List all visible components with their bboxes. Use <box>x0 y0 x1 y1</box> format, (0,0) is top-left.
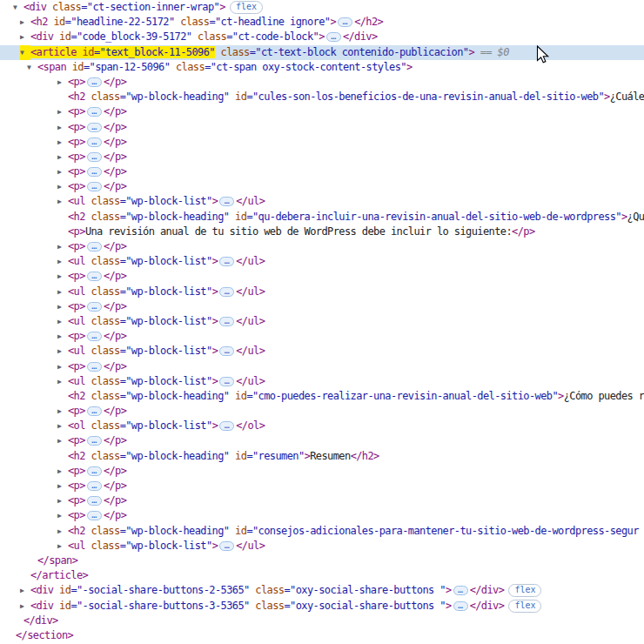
ellipsis-expand-button[interactable]: … <box>219 257 234 266</box>
collapse-arrow-icon[interactable]: ▼ <box>27 60 37 75</box>
ellipsis-expand-button[interactable]: … <box>219 421 234 431</box>
ellipsis-expand-button[interactable]: … <box>87 138 102 147</box>
ellipsis-expand-button[interactable]: … <box>219 287 234 297</box>
ellipsis-expand-button[interactable]: … <box>87 481 102 491</box>
dom-tree-row[interactable]: ▶<p>…</p> <box>0 299 644 314</box>
dom-tree-row[interactable]: ▶<div id="code_block-39-5172" class="ct-… <box>0 30 644 44</box>
expand-arrow-icon[interactable]: ▶ <box>57 464 68 479</box>
dom-tree-row[interactable]: ▶<p>…</p> <box>0 493 644 508</box>
dom-tree-row[interactable]: </section> <box>0 628 644 643</box>
expand-arrow-icon[interactable]: ▶ <box>57 419 68 433</box>
dom-tree-row[interactable]: ▶<p>…</p> <box>0 239 644 254</box>
ellipsis-expand-button[interactable]: … <box>87 466 102 476</box>
expand-arrow-icon[interactable]: ▶ <box>57 179 68 194</box>
dom-tree-row[interactable]: </div> <box>0 614 644 628</box>
expand-arrow-icon[interactable]: ▶ <box>57 135 68 150</box>
ellipsis-expand-button[interactable]: … <box>87 511 102 520</box>
expand-arrow-icon[interactable]: ▶ <box>57 75 68 90</box>
dom-tree-row[interactable]: ▶<p>…</p> <box>0 508 644 523</box>
ellipsis-expand-button[interactable]: … <box>87 496 102 506</box>
ellipsis-expand-button[interactable]: … <box>87 302 102 312</box>
expand-arrow-icon[interactable]: ▶ <box>57 194 68 209</box>
dom-tree-row[interactable]: ▶<h2 id="headline-22-5172" class="ct-hea… <box>0 15 644 30</box>
expand-arrow-icon[interactable]: ▶ <box>57 493 68 508</box>
dom-tree-row[interactable]: ▶<p>…</p> <box>0 359 644 374</box>
expand-arrow-icon[interactable]: ▶ <box>20 599 30 614</box>
expand-arrow-icon[interactable]: ▶ <box>57 285 68 299</box>
ellipsis-expand-button[interactable]: … <box>219 541 234 551</box>
dom-tree-row[interactable]: ▶<ul class="wp-block-list">…</ul> <box>0 344 644 359</box>
dom-tree-row[interactable]: ▶<ul class="wp-block-list">…</ul> <box>0 314 644 329</box>
expand-arrow-icon[interactable]: ▶ <box>57 329 68 344</box>
expand-arrow-icon[interactable]: ▶ <box>57 374 68 389</box>
ellipsis-expand-button[interactable]: … <box>219 346 234 356</box>
dom-tree-row[interactable]: <h2 class="wp-block-heading" id="cules-s… <box>0 90 644 104</box>
ellipsis-expand-button[interactable]: … <box>87 167 102 177</box>
ellipsis-expand-button[interactable]: … <box>87 152 102 162</box>
dom-tree-row[interactable]: </span> <box>0 553 644 568</box>
dom-tree-row[interactable]: ▶<ul class="wp-block-list">…</ul> <box>0 194 644 209</box>
ellipsis-expand-button[interactable]: … <box>87 107 102 117</box>
dom-tree-row[interactable]: ▶<p>…</p> <box>0 179 644 194</box>
expand-arrow-icon[interactable]: ▶ <box>57 150 68 164</box>
dom-tree-row[interactable]: ▶<ul class="wp-block-list">…</ul> <box>0 374 644 389</box>
dom-tree-row[interactable]: ▶<p>…</p> <box>0 479 644 493</box>
expand-arrow-icon[interactable]: ▶ <box>20 30 30 44</box>
dom-tree-row[interactable]: ▶<p>…</p> <box>0 104 644 119</box>
expand-arrow-icon[interactable]: ▶ <box>57 404 68 419</box>
expand-arrow-icon[interactable]: ▶ <box>57 120 68 135</box>
collapse-arrow-icon[interactable]: ▼ <box>13 0 23 15</box>
ellipsis-expand-button[interactable]: … <box>219 317 234 326</box>
expand-arrow-icon[interactable]: ▶ <box>20 15 30 30</box>
dom-tree-row[interactable]: ▶<p>…</p> <box>0 164 644 179</box>
ellipsis-expand-button[interactable]: … <box>326 32 341 42</box>
dom-tree-row[interactable]: ▶<p>…</p> <box>0 150 644 164</box>
expand-arrow-icon[interactable]: ▶ <box>57 164 68 179</box>
dom-tree-row[interactable]: </article> <box>0 568 644 583</box>
ellipsis-expand-button[interactable]: … <box>87 182 102 191</box>
expand-arrow-icon[interactable]: ▶ <box>57 508 68 523</box>
expand-arrow-icon[interactable]: ▶ <box>57 433 68 448</box>
dom-tree-row[interactable]: ▶<p>…</p> <box>0 433 644 448</box>
expand-arrow-icon[interactable]: ▶ <box>57 299 68 314</box>
dom-tree-row[interactable]: ▶<ul class="wp-block-list">…</ul> <box>0 539 644 553</box>
dom-tree-row[interactable]: ▶<div id="-social-share-buttons-3-5365" … <box>0 599 644 614</box>
dom-tree-row[interactable]: <h2 class="wp-block-heading" id="resumen… <box>0 449 644 464</box>
dom-tree-row[interactable]: ▼<div class="ct-section-inner-wrap">flex <box>0 0 644 15</box>
flex-badge[interactable]: flex <box>508 600 541 613</box>
ellipsis-expand-button[interactable]: … <box>219 197 234 206</box>
expand-arrow-icon[interactable]: ▶ <box>57 479 68 493</box>
dom-tree-row[interactable]: ▶<p>…</p> <box>0 404 644 419</box>
expand-arrow-icon[interactable]: ▶ <box>57 539 68 553</box>
ellipsis-expand-button[interactable]: … <box>219 377 234 386</box>
dom-tree-row[interactable]: ▶<p>…</p> <box>0 75 644 90</box>
dom-tree-row[interactable]: ▶<div id="-social-share-buttons-2-5365" … <box>0 583 644 598</box>
dom-tree-row[interactable]: ▶<p>…</p> <box>0 120 644 135</box>
ellipsis-expand-button[interactable]: … <box>87 332 102 341</box>
expand-arrow-icon[interactable]: ▶ <box>57 344 68 359</box>
dom-tree-row[interactable]: ▶<p>…</p> <box>0 135 644 150</box>
ellipsis-expand-button[interactable]: … <box>87 77 102 87</box>
ellipsis-expand-button[interactable]: … <box>338 17 352 27</box>
ellipsis-expand-button[interactable]: … <box>453 586 468 595</box>
expand-arrow-icon[interactable]: ▶ <box>20 583 30 598</box>
dom-tree-row[interactable]: <h2 class="wp-block-heading" id="qu-debe… <box>0 210 644 225</box>
dom-tree-row[interactable]: ▶<p>…</p> <box>0 329 644 344</box>
expand-arrow-icon[interactable]: ▶ <box>57 239 68 254</box>
expand-arrow-icon[interactable]: ▶ <box>57 314 68 329</box>
expand-arrow-icon[interactable]: ▶ <box>57 359 68 374</box>
expand-arrow-icon[interactable]: ▶ <box>57 524 68 539</box>
ellipsis-expand-button[interactable]: … <box>87 123 102 132</box>
ellipsis-expand-button[interactable]: … <box>87 272 102 281</box>
dom-tree-row[interactable]: ▼<span id="span-12-5096" class="ct-span … <box>0 60 644 75</box>
dom-tree-row[interactable]: <p>Una revisión anual de tu sitio web de… <box>0 225 644 239</box>
collapse-arrow-icon[interactable]: ▼ <box>20 45 30 60</box>
flex-badge[interactable]: flex <box>508 584 541 597</box>
expand-arrow-icon[interactable]: ▶ <box>57 104 68 119</box>
expand-arrow-icon[interactable]: ▶ <box>57 254 68 269</box>
dom-tree-row[interactable]: ▶<ol class="wp-block-list">…</ol> <box>0 419 644 433</box>
ellipsis-expand-button[interactable]: … <box>453 601 468 611</box>
ellipsis-expand-button[interactable]: … <box>87 362 102 372</box>
dom-tree-row-selected[interactable]: ▼<article id="text_block-11-5096" class=… <box>0 45 644 60</box>
ellipsis-expand-button[interactable]: … <box>87 436 102 446</box>
